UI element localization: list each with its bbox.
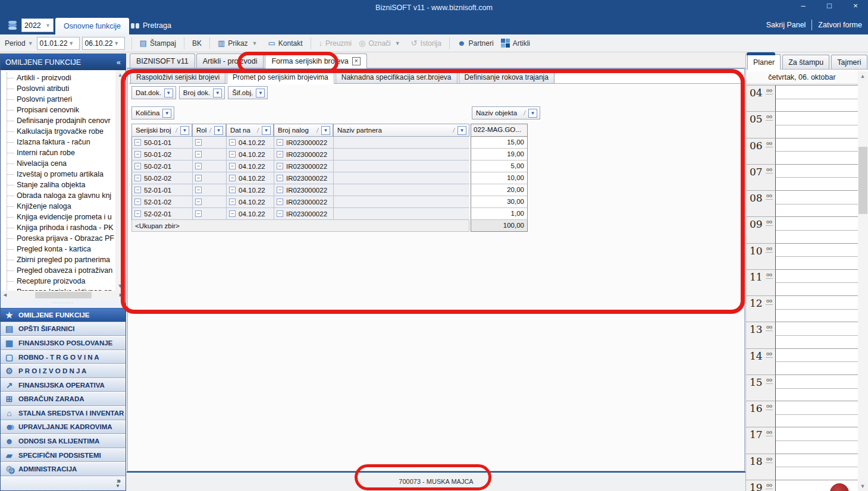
collapse-icon[interactable]: − [277,151,283,158]
subtab-promet-po-serijskim-brojevima[interactable]: Promet po serijskim brojevima [227,70,334,84]
sidebar-item[interactable]: Knjiga evidencije prometa i u [7,212,116,222]
grid-cell[interactable]: − [192,208,226,220]
tab-biznisoft-v11[interactable]: BIZNISOFT v11 [130,53,195,68]
hour-slot[interactable] [775,348,858,374]
category-finansijsko-poslovanje[interactable]: FINANSIJSKO POSLOVANJE [1,336,126,350]
value-cell[interactable]: 5,00 [471,160,528,172]
scrollbar-thumb[interactable] [858,147,867,214]
grid-cell[interactable]: −50-01-01 [131,137,192,149]
grid-cell[interactable] [333,196,469,208]
grid-cell[interactable]: −04.10.22 [226,137,274,149]
tab-artikli-proizvodi[interactable]: Artikli - proizvodi [196,53,264,68]
grid-cell[interactable] [333,172,469,184]
tab-forma-serijskih-brojeva[interactable]: Forma serijskih brojeva× [265,53,366,68]
grid-cell[interactable]: −04.10.22 [226,149,274,160]
hour-slot[interactable] [775,111,858,137]
collapse-icon[interactable]: − [195,199,202,205]
value-cell[interactable]: 20,00 [471,184,528,196]
grid-cell[interactable]: −IR023000022 [274,149,333,160]
grid-cell[interactable]: − [192,172,226,184]
hour-slot[interactable] [775,322,858,348]
hour-slot[interactable] [775,190,858,216]
grid-cell[interactable]: −IR023000022 [274,137,333,149]
sidebar-item[interactable]: Obrada naloga za glavnu knj [7,190,116,201]
subtab-raspolo-ivi-serijski-brojevi[interactable]: Raspoloživi serijski brojevi [130,70,225,83]
collapse-icon[interactable]: − [229,210,236,217]
close-forms-button[interactable]: Zatvori forme [818,21,862,29]
value-cell[interactable]: 15,00 [471,137,528,149]
sidebar-item[interactable]: Izlazna faktura - račun [7,137,116,147]
tab-osnovne-funkcije[interactable]: Osnovne funkcije [55,18,129,34]
sidebar-item[interactable]: Propisani cenovnik [7,105,116,115]
grid-cell[interactable]: −IR023000022 [274,196,333,208]
scroll-left-icon[interactable]: ◄ [1,291,10,300]
grid-cell[interactable]: −IR023000022 [274,172,333,184]
hour-slot[interactable] [775,401,858,427]
category-specifi-ni-podsistemi[interactable]: SPECIFIČNI PODSISTEMI [1,448,126,462]
tree-vertical-scrollbar[interactable]: ▲ ▼ [115,70,125,291]
hour-slot[interactable] [775,374,858,401]
collapse-icon[interactable]: − [195,175,202,181]
hide-panel-button[interactable]: Sakrij Panel [766,21,806,29]
planner-tab-tajmeri[interactable]: Tajmeri [831,55,867,69]
collapse-icon[interactable]: − [134,199,141,205]
collapse-icon[interactable]: − [229,163,236,169]
period-label[interactable]: Period [5,39,26,48]
planner-tab-za-tampu[interactable]: Za štampu [782,55,829,69]
sidebar-item[interactable]: Poslovni atributi [7,83,116,94]
dropdown-icon[interactable]: ▼ [457,126,466,135]
grid-cell[interactable] [333,184,469,196]
sidebar-item[interactable]: Interni račun robe [7,147,116,158]
collapse-icon[interactable]: − [195,151,202,158]
hour-slot[interactable] [775,454,858,480]
toolbar-button-štampaj[interactable]: Štampaj [136,36,180,51]
grid-cell[interactable]: −52-01-01 [131,184,192,196]
category-odnosi-sa-klijentima[interactable]: ODNOSI SA KLIJENTIMA [1,434,126,448]
grid-header-rok-tr[interactable]: Rok tr/▼ [192,124,226,137]
category-p-r-o-i-z-v-o-d-n-j-a[interactable]: P R O I Z V O D N J A [1,364,126,378]
hour-slot[interactable] [775,427,858,453]
collapse-icon[interactable]: − [134,210,141,217]
hour-slot[interactable] [775,243,858,269]
collapse-icon[interactable]: − [229,199,236,205]
grid-cell[interactable]: −04.10.22 [226,160,274,172]
grid-cell[interactable]: −04.10.22 [226,196,274,208]
toolbar-button-artikli[interactable]: Artikli [497,36,534,51]
sidebar-item[interactable]: Poslovni partneri [7,94,116,105]
collapse-icon[interactable]: − [229,139,236,146]
value-cell[interactable]: 10,00 [471,172,528,184]
category-omiljene-funkcije[interactable]: OMILJENE FUNKCIJE [1,308,126,322]
subtab-naknadna-specifikacija-ser-brojeva[interactable]: Naknadna specifikacija ser.brojeva [336,70,457,83]
dropdown-icon[interactable]: ▼ [214,126,223,135]
grid-cell[interactable]: −50-02-02 [131,172,192,184]
sidebar-item[interactable]: Artikli - proizvodi [7,73,116,83]
dropdown-icon[interactable]: ▼ [180,126,189,135]
collapse-icon[interactable]: − [229,151,236,158]
date-from-field[interactable]: 01.01.22 ▼ [37,37,80,50]
sidebar-splitter[interactable]: ········· [1,300,126,308]
collapse-icon[interactable]: − [277,187,283,193]
dropdown-icon[interactable]: ▼ [256,89,265,97]
sidebar-item[interactable]: Izveštaj o prometu artikala [7,169,116,180]
grid-cell[interactable]: −04.10.22 [226,172,274,184]
hour-slot[interactable] [775,480,858,491]
grid-header-broj-nalog[interactable]: Broj nalog/▼ [274,124,333,137]
filter-field--if-obj-[interactable]: Šif.obj.▼ [228,86,268,99]
data-field-kolicina[interactable]: Količina ▼ [131,106,174,119]
collapse-icon[interactable]: − [134,163,141,169]
hour-slot[interactable] [775,269,858,295]
category-obra-un-zarada[interactable]: OBRAČUN ZARADA [1,392,126,406]
dropdown-icon[interactable]: ▼ [164,89,173,97]
sidebar-item[interactable]: Kalkulacija trgovačke robe [7,126,116,137]
category-stalna-sredstva-i-inventar[interactable]: STALNA SREDSTVA I INVENTAR [1,406,126,420]
collapse-icon[interactable]: − [134,139,141,146]
close-button[interactable]: × [849,1,862,10]
grid-cell[interactable]: −IR023000022 [274,160,333,172]
column-field-naziv-objekta[interactable]: Naziv objekta / ▼ [472,106,540,119]
dropdown-icon[interactable]: ▼ [213,89,222,97]
grid-cell[interactable]: − [192,184,226,196]
filter-field-broj-dok-[interactable]: Broj dok.▼ [179,86,225,99]
collapse-icon[interactable]: − [195,187,202,193]
collapse-icon[interactable]: − [277,139,283,146]
tree-horizontal-scrollbar[interactable]: ◄ ► [1,291,126,300]
